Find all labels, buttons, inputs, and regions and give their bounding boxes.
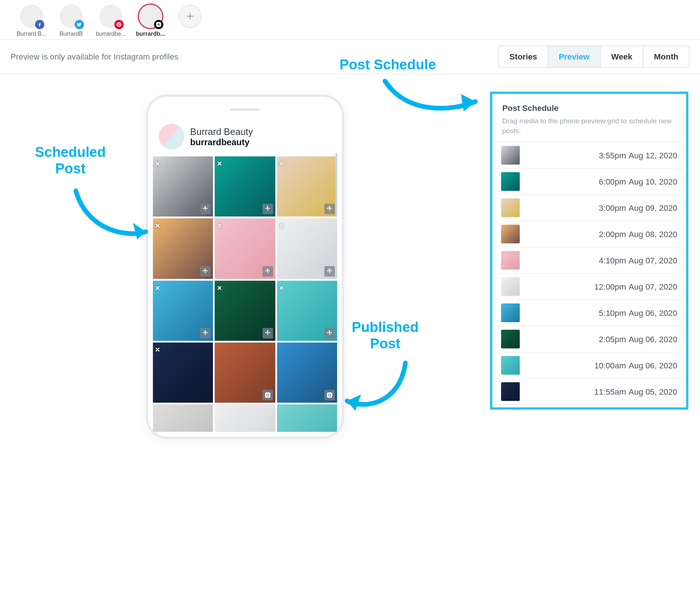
schedule-row[interactable]: 4:10pm Aug 07, 2020: [495, 247, 683, 273]
schedule-row[interactable]: 11:55am Aug 05, 2020: [495, 378, 683, 404]
close-icon[interactable]: ×: [155, 345, 160, 355]
close-icon[interactable]: ×: [279, 221, 284, 230]
close-icon[interactable]: ×: [279, 159, 284, 168]
grid-cell[interactable]: [215, 404, 275, 432]
drag-handle-icon[interactable]: [200, 266, 211, 276]
scrollbar[interactable]: [335, 153, 337, 217]
profile-selector: Burrard B... BurrardB burrardbe... burra…: [0, 0, 700, 39]
thumbnail: [501, 224, 520, 243]
post-schedule-help: Drag media to the phone preview grid to …: [502, 116, 676, 136]
thumbnail: [501, 382, 520, 400]
grid-cell[interactable]: ×: [153, 342, 213, 403]
profile-label: burrardb...: [136, 30, 165, 37]
thumbnail: [501, 303, 520, 322]
add-profile[interactable]: +: [171, 5, 209, 37]
grid-cell[interactable]: ×: [215, 280, 275, 341]
handle: burrardbeauty: [190, 137, 253, 147]
annotation-published-post: Published Post: [352, 319, 419, 352]
drag-handle-icon[interactable]: [200, 328, 211, 338]
thumbnail: [153, 404, 213, 432]
grid-cell[interactable]: [215, 342, 275, 403]
thumbnail: [501, 356, 520, 374]
grid-cell[interactable]: ×: [277, 156, 337, 217]
schedule-row[interactable]: 3:55pm Aug 12, 2020: [495, 142, 683, 168]
close-icon[interactable]: ×: [155, 159, 160, 168]
drag-handle-icon[interactable]: [324, 204, 335, 214]
svg-marker-1: [347, 395, 361, 411]
drag-handle-icon[interactable]: [262, 204, 273, 214]
grid-cell[interactable]: ×: [215, 218, 275, 279]
tab-week[interactable]: Week: [600, 46, 643, 68]
drag-handle-icon[interactable]: [262, 266, 273, 276]
tab-preview[interactable]: Preview: [548, 46, 600, 68]
schedule-row[interactable]: 3:00pm Aug 09, 2020: [495, 194, 683, 220]
profile-twitter[interactable]: BurrardB: [52, 5, 90, 37]
close-icon[interactable]: ×: [155, 221, 160, 230]
profile-label: BurrardB: [59, 30, 83, 37]
tab-month[interactable]: Month: [643, 46, 689, 68]
schedule-date: Aug 07, 2020: [629, 255, 677, 265]
schedule-time: 3:00pm: [599, 203, 626, 212]
arrow-icon: [64, 179, 158, 249]
close-icon[interactable]: ×: [217, 283, 222, 293]
post-schedule-title: Post Schedule: [502, 103, 676, 113]
grid-cell[interactable]: [277, 404, 337, 432]
schedule-row[interactable]: 2:00pm Aug 08, 2020: [495, 220, 683, 247]
phone-speaker: [230, 109, 260, 111]
arrow-icon: [373, 69, 490, 128]
thumbnail: [215, 404, 275, 432]
grid-cell[interactable]: ×: [153, 156, 213, 217]
thumbnail: [501, 277, 520, 295]
tab-stories[interactable]: Stories: [498, 46, 548, 68]
profile-label: burrardbe...: [96, 30, 126, 37]
grid-cell[interactable]: ×: [277, 218, 337, 279]
drag-handle-icon[interactable]: [200, 204, 211, 214]
profile-label: Burrard B...: [16, 30, 46, 37]
grid-cell[interactable]: [277, 342, 337, 403]
grid-cell[interactable]: [153, 404, 213, 432]
thumbnail: [501, 329, 520, 348]
schedule-date: Aug 06, 2020: [629, 334, 677, 344]
preview-note: Preview is only available for Instagram …: [11, 52, 179, 61]
phone-preview: Burrard Beauty burrardbeauty ××××××××××: [146, 94, 344, 439]
instagram-icon: [324, 390, 335, 400]
schedule-row[interactable]: 6:00pm Aug 10, 2020: [495, 168, 683, 194]
grid-cell[interactable]: ×: [277, 280, 337, 341]
profile-facebook[interactable]: Burrard B...: [13, 5, 50, 37]
schedule-date: Aug 06, 2020: [629, 308, 677, 317]
schedule-date: Aug 08, 2020: [629, 229, 677, 239]
grid-cell[interactable]: ×: [153, 218, 213, 279]
grid-cell[interactable]: ×: [153, 280, 213, 341]
schedule-date: Aug 12, 2020: [629, 150, 677, 160]
profile-pinterest[interactable]: burrardbe...: [92, 5, 129, 37]
ig-profile-header: Burrard Beauty burrardbeauty: [153, 118, 337, 156]
schedule-row[interactable]: 12:00pm Aug 07, 2020: [495, 273, 683, 299]
schedule-time: 12:00pm: [594, 282, 626, 291]
plus-icon: +: [179, 5, 202, 28]
thumbnail: [153, 342, 213, 403]
schedule-date: Aug 09, 2020: [629, 203, 677, 212]
pinterest-icon: [114, 20, 124, 29]
grid-cell[interactable]: ×: [215, 156, 275, 217]
thumbnail: [277, 404, 337, 432]
drag-handle-icon[interactable]: [324, 328, 335, 338]
annotation-scheduled-post: Scheduled Post: [35, 144, 106, 177]
schedule-date: Aug 10, 2020: [629, 177, 677, 186]
profile-instagram[interactable]: burrardb...: [132, 5, 169, 37]
schedule-time: 5:10pm: [599, 308, 626, 317]
schedule-row[interactable]: 2:05pm Aug 06, 2020: [495, 325, 683, 352]
close-icon[interactable]: ×: [217, 221, 222, 230]
view-tabs: Stories Preview Week Month: [498, 46, 689, 68]
schedule-row[interactable]: 5:10pm Aug 06, 2020: [495, 299, 683, 325]
close-icon[interactable]: ×: [279, 283, 284, 293]
post-schedule-panel: Post Schedule Drag media to the phone pr…: [490, 92, 688, 409]
close-icon[interactable]: ×: [155, 283, 160, 293]
instagram-grid: ××××××××××: [153, 156, 337, 432]
drag-handle-icon[interactable]: [262, 328, 273, 338]
schedule-row[interactable]: 10:00am Aug 06, 2020: [495, 352, 683, 378]
close-icon[interactable]: ×: [217, 159, 222, 168]
facebook-icon: [35, 20, 44, 29]
schedule-time: 3:55pm: [599, 150, 626, 160]
schedule-date: Aug 07, 2020: [629, 282, 677, 291]
drag-handle-icon[interactable]: [324, 266, 335, 276]
